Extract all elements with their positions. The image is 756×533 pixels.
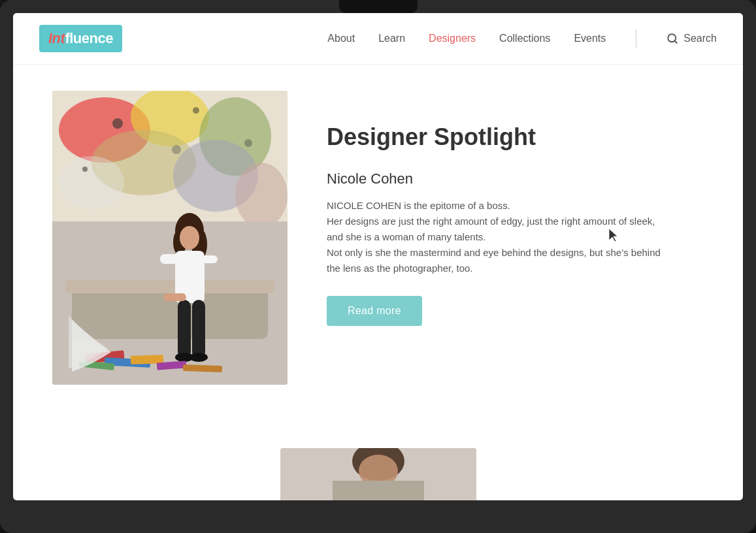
nav-item-collections[interactable]: Collections [499, 33, 550, 44]
navigation: Intfluence About Learn Designers Collect… [13, 13, 743, 65]
nav-item-events[interactable]: Events [574, 33, 606, 44]
svg-rect-27 [178, 300, 191, 359]
laptop-notch [339, 0, 418, 13]
read-more-button[interactable]: Read more [327, 296, 422, 326]
nav-link-about[interactable]: About [327, 33, 355, 44]
nav-item-about[interactable]: About [327, 33, 355, 44]
svg-point-23 [180, 226, 199, 250]
designer-name: Nicole Cohen [327, 170, 704, 187]
bio-line-1: NICOLE COHEN is the epitome of a boss. [327, 198, 704, 214]
designer-info: Designer Spotlight Nicole Cohen NICOLE C… [327, 91, 704, 326]
svg-rect-37 [183, 364, 222, 372]
nav-divider [636, 29, 636, 48]
svg-point-12 [193, 107, 199, 114]
designer-bio: NICOLE COHEN is the epitome of a boss. H… [327, 198, 704, 276]
bio-line-2: Her designs are just the right amount of… [327, 214, 704, 229]
nav-link-learn[interactable]: Learn [378, 33, 405, 44]
svg-line-1 [675, 40, 677, 42]
svg-point-30 [189, 353, 208, 362]
bottom-preview-image [280, 448, 476, 500]
logo[interactable]: Intfluence [39, 25, 122, 52]
search-label: Search [683, 33, 717, 44]
svg-rect-26 [201, 255, 218, 263]
logo-int: Int [48, 30, 65, 46]
svg-point-13 [244, 139, 252, 147]
designer-image [52, 91, 288, 385]
search-icon [666, 33, 678, 44]
bio-line-4: Not only is she the mastermind and eye b… [327, 245, 704, 261]
main-content: Designer Spotlight Nicole Cohen NICOLE C… [13, 65, 743, 500]
svg-point-9 [59, 156, 124, 208]
svg-point-11 [112, 118, 123, 129]
svg-rect-28 [192, 300, 205, 359]
svg-point-10 [235, 163, 288, 228]
spotlight-title: Designer Spotlight [327, 123, 704, 151]
nav-links: About Learn Designers Collections Events [327, 29, 717, 48]
nav-link-events[interactable]: Events [574, 33, 606, 44]
bio-line-3: and she is a woman of many talents. [327, 229, 704, 245]
nav-item-learn[interactable]: Learn [378, 33, 405, 44]
svg-rect-41 [333, 481, 424, 500]
logo-fluence: fluence [65, 30, 113, 46]
search-button[interactable]: Search [666, 33, 717, 44]
svg-point-14 [82, 167, 88, 172]
svg-rect-18 [65, 280, 274, 293]
nav-link-designers[interactable]: Designers [429, 33, 476, 44]
bio-line-5: the lens as the photographer, too. [327, 261, 704, 276]
designer-photo [52, 91, 288, 385]
laptop-shell: Intfluence About Learn Designers Collect… [0, 0, 756, 533]
svg-rect-31 [163, 293, 186, 301]
svg-point-15 [172, 145, 181, 154]
nav-item-designers[interactable]: Designers [429, 33, 476, 44]
svg-rect-25 [160, 254, 178, 264]
nav-search-item[interactable]: Search [666, 33, 717, 44]
nav-link-collections[interactable]: Collections [499, 33, 550, 44]
bottom-preview [280, 448, 476, 500]
screen: Intfluence About Learn Designers Collect… [13, 13, 743, 500]
